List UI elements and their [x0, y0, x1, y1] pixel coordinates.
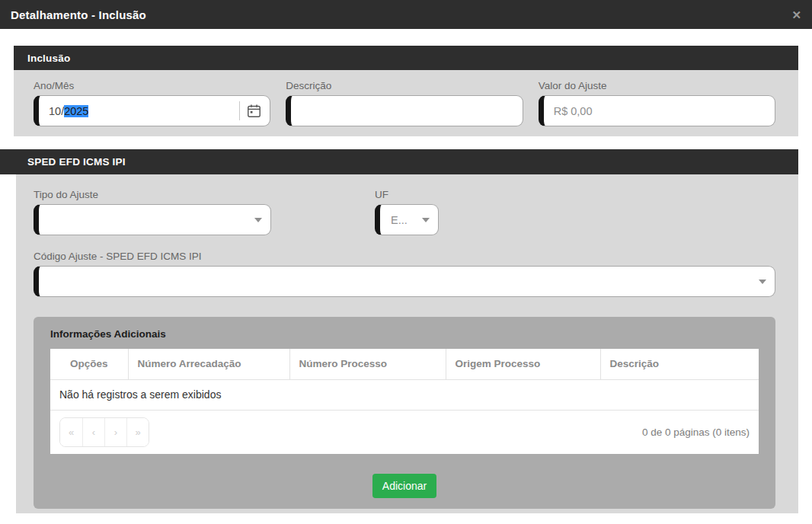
- valor-ajuste-label: Valor do Ajuste: [539, 80, 775, 91]
- ano-mes-label: Ano/Mês: [34, 80, 270, 91]
- pager-buttons: « ‹ › »: [59, 417, 149, 447]
- tipo-ajuste-dropdown[interactable]: [34, 204, 271, 235]
- uf-value: E...: [391, 214, 408, 226]
- empty-row: Não há registros a serem exibidos: [50, 379, 759, 410]
- informacoes-adicionais-panel: Informações Adicionais Opções Número Arr…: [34, 317, 775, 509]
- column-header-opcoes: Opções: [50, 349, 128, 379]
- input-divider: [239, 101, 240, 120]
- section-sped-body: Tipo do Ajuste UF E... Código Ajuste - S…: [16, 174, 798, 513]
- valor-ajuste-input[interactable]: R$ 0,00: [539, 95, 775, 126]
- uf-label: UF: [375, 189, 439, 200]
- previous-page-button[interactable]: ‹: [82, 418, 104, 446]
- column-header-origem-processo: Origem Processo: [446, 349, 600, 379]
- field-uf: UF E...: [375, 189, 439, 235]
- grid-pager: « ‹ › » 0 de 0 páginas (0 itens): [50, 411, 759, 454]
- additional-info-grid: Opções Número Arrecadação Número Process…: [50, 349, 759, 454]
- column-header-numero-arrecadacao: Número Arrecadação: [128, 349, 289, 379]
- section-sped-title: SPED EFD ICMS IPI: [27, 156, 126, 168]
- codigo-ajuste-dropdown[interactable]: [34, 266, 775, 297]
- column-header-numero-processo: Número Processo: [289, 349, 446, 379]
- chevron-down-icon: [422, 218, 430, 222]
- adicionar-button[interactable]: Adicionar: [372, 474, 436, 498]
- last-page-button[interactable]: »: [126, 418, 149, 446]
- panel-title: Informações Adicionais: [50, 328, 759, 340]
- section-inclusao-header: Inclusão: [14, 46, 798, 70]
- section-inclusao-title: Inclusão: [27, 53, 70, 64]
- section-inclusao-body: Ano/Mês 10/2025: [14, 70, 798, 136]
- first-page-button[interactable]: «: [60, 418, 82, 446]
- ano-mes-input[interactable]: 10/2025: [34, 95, 270, 126]
- next-page-button[interactable]: ›: [104, 418, 126, 446]
- uf-dropdown[interactable]: E...: [375, 204, 439, 235]
- calendar-icon[interactable]: [247, 104, 261, 118]
- ano-mes-value: 10/: [49, 105, 64, 117]
- valor-ajuste-placeholder: R$ 0,00: [554, 105, 593, 117]
- codigo-ajuste-label: Código Ajuste - SPED EFD ICMS IPI: [34, 251, 775, 262]
- close-icon[interactable]: ✕: [788, 8, 804, 22]
- empty-message: Não há registros a serem exibidos: [50, 379, 759, 410]
- calendar-icon-wrap: [239, 101, 261, 120]
- descricao-input[interactable]: [286, 95, 523, 126]
- descricao-label: Descrição: [286, 80, 523, 91]
- field-descricao: Descrição: [286, 80, 523, 126]
- section-sped-header: SPED EFD ICMS IPI: [0, 149, 798, 174]
- chevron-down-icon: [254, 218, 262, 222]
- column-header-descricao: Descrição: [600, 349, 759, 379]
- pager-info: 0 de 0 páginas (0 itens): [642, 427, 750, 438]
- chevron-down-icon: [759, 280, 766, 284]
- field-ano-mes: Ano/Mês 10/2025: [34, 80, 270, 126]
- field-codigo-ajuste: Código Ajuste - SPED EFD ICMS IPI: [34, 251, 775, 297]
- modal-title: Detalhamento - Inclusão: [11, 8, 146, 21]
- sped-row-1: Tipo do Ajuste UF E...: [34, 189, 775, 235]
- additional-info-table: Opções Número Arrecadação Número Process…: [50, 349, 759, 411]
- section-inclusao: Inclusão Ano/Mês 10/2025: [14, 46, 798, 136]
- tipo-ajuste-label: Tipo do Ajuste: [34, 189, 271, 200]
- add-button-row: Adicionar: [50, 474, 759, 498]
- field-valor-ajuste: Valor do Ajuste R$ 0,00: [539, 80, 775, 126]
- table-header-row: Opções Número Arrecadação Número Process…: [50, 349, 759, 379]
- sped-row-2: Código Ajuste - SPED EFD ICMS IPI: [34, 251, 775, 297]
- ano-mes-value-selected: 2025: [64, 105, 88, 117]
- modal-titlebar: Detalhamento - Inclusão ✕: [0, 0, 812, 29]
- field-tipo-ajuste: Tipo do Ajuste: [34, 189, 271, 235]
